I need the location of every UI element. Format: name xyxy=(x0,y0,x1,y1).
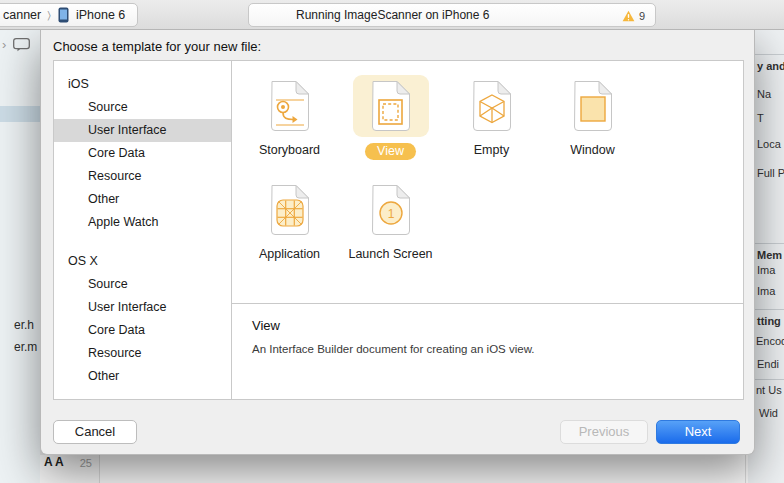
template-grid: Storyboard View xyxy=(232,61,743,303)
application-doc-icon xyxy=(268,184,312,236)
template-cell-empty[interactable]: Empty xyxy=(441,75,542,163)
template-cell-view[interactable]: View xyxy=(340,75,441,163)
template-cell-window[interactable]: Window xyxy=(542,75,643,163)
inspector-label-fragment: Full P xyxy=(757,167,784,179)
inspector-divider xyxy=(755,309,784,310)
template-chooser-panel: iOS Source User Interface Core Data Reso… xyxy=(53,60,744,400)
sidebar-section-ios: iOS xyxy=(54,73,231,96)
template-grid-column: Storyboard View xyxy=(232,61,743,399)
sidebar-item-ios-resource[interactable]: Resource xyxy=(54,165,231,188)
issues-badge[interactable]: 9 xyxy=(622,4,645,28)
template-category-sidebar: iOS Source User Interface Core Data Reso… xyxy=(54,61,232,399)
scheme-name-fragment: canner xyxy=(3,8,41,22)
description-text: An Interface Builder document for creati… xyxy=(252,343,723,355)
editor-area-edge: A A 25 xyxy=(40,455,748,483)
sidebar-item-ios-source[interactable]: Source xyxy=(54,96,231,119)
sidebar-item-osx-core-data[interactable]: Core Data xyxy=(54,319,231,342)
empty-cube-doc-icon xyxy=(470,80,514,132)
activity-view: Running ImageScanner on iPhone 6 9 xyxy=(248,3,656,27)
template-label: Empty xyxy=(474,143,509,157)
sidebar-item-osx-resource[interactable]: Resource xyxy=(54,342,231,365)
iphone-device-icon xyxy=(57,7,70,23)
new-file-template-dialog: Choose a template for your new file: iOS… xyxy=(40,30,755,455)
sidebar-section-osx: OS X xyxy=(54,250,231,273)
inspector-label-fragment: Ima xyxy=(757,264,775,276)
dialog-title: Choose a template for your new file: xyxy=(53,39,261,54)
description-title: View xyxy=(252,318,723,333)
template-label: Window xyxy=(570,143,614,157)
line-number: 25 xyxy=(68,457,92,469)
sidebar-item-osx-source[interactable]: Source xyxy=(54,273,231,296)
sidebar-item-ios-apple-watch[interactable]: Apple Watch xyxy=(54,211,231,234)
inspector-label-fragment: Endi xyxy=(757,358,779,370)
inspector-divider xyxy=(755,54,784,55)
scheme-selector[interactable]: canner 〉 iPhone 6 xyxy=(0,3,138,27)
warning-icon xyxy=(622,10,635,22)
inspector-label-fragment: Encod xyxy=(756,335,784,347)
inspector-label-fragment: Loca xyxy=(757,138,781,150)
inspector-label-fragment: Mem xyxy=(757,249,782,261)
sidebar-item-ios-other[interactable]: Other xyxy=(54,188,231,211)
inspector-label-fragment: Ima xyxy=(757,285,775,297)
sidebar-item-osx-other[interactable]: Other xyxy=(54,365,231,388)
view-doc-icon xyxy=(369,80,413,132)
sidebar-item-ios-core-data[interactable]: Core Data xyxy=(54,142,231,165)
next-button[interactable]: Next xyxy=(656,420,740,444)
template-cell-launch-screen[interactable]: 1 Launch Screen xyxy=(340,179,441,267)
sidebar-item-osx-user-interface[interactable]: User Interface xyxy=(54,296,231,319)
activity-status-text: Running ImageScanner on iPhone 6 xyxy=(296,4,489,26)
previous-button[interactable]: Previous xyxy=(560,420,648,444)
jumpbar-chevron-icon: › xyxy=(2,37,6,52)
inspector-label-fragment: y and xyxy=(757,60,784,72)
toolbar: canner 〉 iPhone 6 Running ImageScanner o… xyxy=(0,0,784,30)
editor-gutter: A A 25 xyxy=(40,455,100,483)
inspector-label-fragment: Wid xyxy=(759,407,778,419)
inspector-divider xyxy=(755,243,784,244)
template-cell-application[interactable]: Application xyxy=(239,179,340,267)
sidebar-item-ios-user-interface[interactable]: User Interface xyxy=(54,119,231,142)
storyboard-doc-icon xyxy=(268,80,312,132)
launch-screen-doc-icon: 1 xyxy=(369,184,413,236)
inspector-divider xyxy=(755,379,784,380)
template-label: Launch Screen xyxy=(348,247,432,261)
launch-screen-number: 1 xyxy=(387,207,394,221)
navigator-file-item[interactable]: er.h xyxy=(14,318,34,332)
navigator-file-item[interactable]: er.m xyxy=(14,340,37,354)
editor-divider xyxy=(745,455,746,483)
inspector-label-fragment: tting xyxy=(757,315,781,327)
inspector-label-fragment: T xyxy=(757,112,764,124)
template-description-pane: View An Interface Builder document for c… xyxy=(232,303,743,399)
inspector-label-fragment: nt Us xyxy=(756,384,782,396)
comment-bubble-icon xyxy=(13,38,30,52)
destination-label: iPhone 6 xyxy=(76,8,125,22)
editor-fold-ribbon-text: A A xyxy=(44,456,64,469)
window-doc-icon xyxy=(571,80,615,132)
chevron-right-icon: 〉 xyxy=(47,9,51,22)
navigator-panel-edge: › er.h er.m xyxy=(0,30,40,483)
cancel-button[interactable]: Cancel xyxy=(53,420,137,444)
warning-count: 9 xyxy=(639,10,645,22)
template-label: Application xyxy=(259,247,320,261)
template-label: View xyxy=(365,143,416,160)
navigator-selected-row[interactable] xyxy=(0,106,40,122)
template-label: Storyboard xyxy=(259,143,320,157)
inspector-label-fragment: Na xyxy=(757,88,771,100)
template-cell-storyboard[interactable]: Storyboard xyxy=(239,75,340,163)
